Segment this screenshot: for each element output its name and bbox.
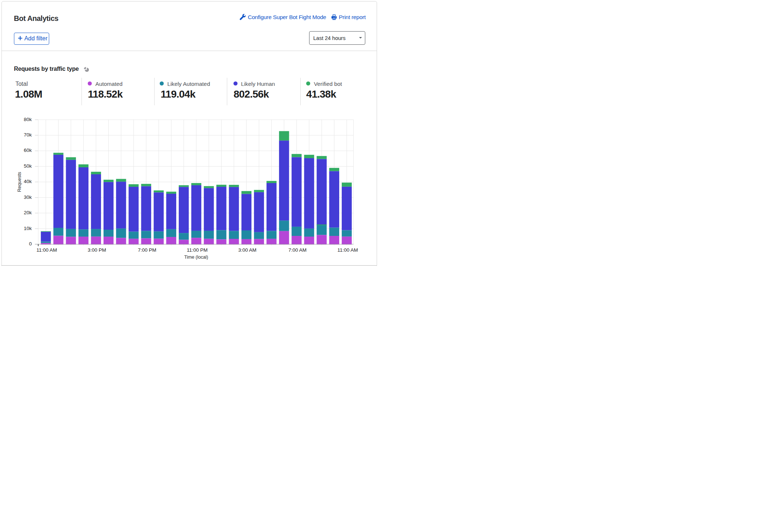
svg-text:50k: 50k [24,163,32,169]
svg-text:11:00 PM: 11:00 PM [187,247,208,253]
svg-text:Requests: Requests [17,172,22,192]
svg-text:3:00 AM: 3:00 AM [238,247,257,253]
svg-text:0: 0 [29,241,32,247]
svg-text:10k: 10k [24,226,32,231]
svg-text:Time (local): Time (local) [184,254,208,260]
svg-text:20k: 20k [24,210,32,215]
svg-text:3:00 PM: 3:00 PM [88,247,106,253]
svg-text:30k: 30k [24,194,32,200]
svg-text:80k: 80k [24,117,32,122]
svg-text:40k: 40k [24,179,32,184]
svg-text:60k: 60k [24,147,32,153]
svg-text:7:00 PM: 7:00 PM [138,247,156,253]
svg-text:70k: 70k [24,132,32,138]
svg-text:7:00 AM: 7:00 AM [289,247,307,253]
svg-text:11:00 AM: 11:00 AM [36,247,57,253]
svg-text:11:00 AM: 11:00 AM [337,247,358,253]
